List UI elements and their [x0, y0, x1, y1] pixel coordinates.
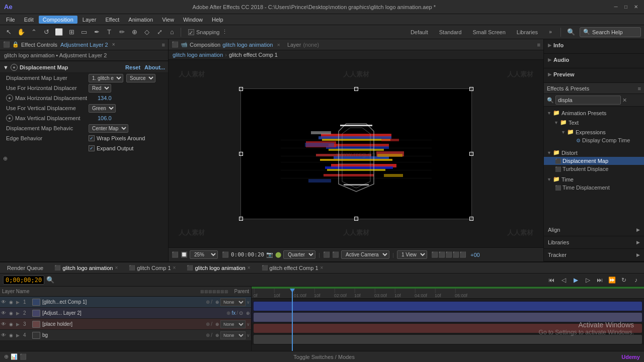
tl-layer-4[interactable]: 👁 ◉ ▶ 4 bg ⊕ / ⊕ None ∨: [0, 330, 251, 341]
tl-layer-1[interactable]: 👁 ◉ ▶ 1 [glitch...ect Comp 1] ⊕ / ⊕ None…: [0, 297, 251, 308]
handle-bl[interactable]: [239, 217, 243, 221]
pen-tool[interactable]: ✒: [91, 27, 102, 38]
camera-select[interactable]: Active Camera: [341, 250, 389, 259]
ctrl-pen-4[interactable]: /: [211, 332, 212, 338]
comp-tab-name[interactable]: glitch logo animation: [222, 42, 273, 48]
text-tool[interactable]: T: [104, 27, 115, 38]
tl-tab-1-close[interactable]: ×: [115, 265, 118, 270]
tl-track-2[interactable]: [252, 312, 644, 323]
timecode-display[interactable]: 0:00:00:20: [231, 251, 264, 258]
ctrl-pen-3[interactable]: /: [211, 321, 212, 327]
handle-tm[interactable]: [354, 87, 358, 91]
source-select[interactable]: Source: [126, 74, 155, 82]
tl-tab-render-queue[interactable]: Render Queue: [3, 264, 47, 272]
tl-tab-3-close[interactable]: ×: [248, 265, 251, 270]
select-tool[interactable]: ↖: [3, 27, 14, 38]
handle-bm[interactable]: [354, 217, 358, 221]
menu-layer[interactable]: Layer: [78, 16, 101, 24]
displacement-map-layer-select[interactable]: 1. glitch e: [89, 74, 123, 82]
h-displace-select[interactable]: Red: [89, 84, 111, 93]
search-input[interactable]: [592, 29, 637, 35]
rotate-tool[interactable]: ↺: [41, 27, 52, 38]
tl-timecode[interactable]: 0;00;00;20: [3, 276, 44, 285]
view-select[interactable]: 1 View: [397, 250, 427, 259]
expand-2[interactable]: ▶: [16, 311, 22, 316]
tl-layer-3[interactable]: 👁 ◉ ▶ 3 [place holder] ⊕ / ⊕ None ∨: [0, 319, 251, 330]
comp-menu-icon[interactable]: ≡: [537, 42, 540, 48]
tl-tab-2-close[interactable]: ×: [173, 265, 176, 270]
roto-tool[interactable]: ⤢: [154, 27, 165, 38]
quality-select[interactable]: Quarter Half Full: [283, 250, 315, 259]
close-button[interactable]: ✕: [632, 3, 640, 11]
tl-track-1[interactable]: [252, 301, 644, 312]
ctrl-anchor-4[interactable]: ⊕: [206, 332, 210, 338]
ep-item-display-comp[interactable]: ⚙ Display Comp Time: [558, 136, 644, 144]
expand-triangle[interactable]: ▼: [3, 64, 9, 70]
maximize-button[interactable]: □: [622, 3, 630, 11]
audio-section[interactable]: ▶ Audio: [544, 54, 644, 68]
playhead[interactable]: [292, 289, 293, 351]
eye-4[interactable]: 👁: [1, 332, 8, 338]
tl-step-forward[interactable]: ▷: [583, 275, 593, 285]
info-section[interactable]: ▶ Info: [544, 39, 644, 54]
tl-track-3[interactable]: [252, 323, 644, 334]
panel-close-icon[interactable]: ×: [112, 42, 115, 47]
menu-edit[interactable]: Edit: [20, 16, 38, 24]
eraser-tool[interactable]: ◇: [141, 27, 152, 38]
ep-group-animation-header[interactable]: ▼ 📁 Animation Presets: [544, 109, 644, 117]
tl-play[interactable]: ▶: [571, 275, 581, 285]
menu-view[interactable]: View: [158, 16, 178, 24]
tl-to-end[interactable]: ⏭: [595, 275, 605, 285]
workspace-standard[interactable]: Standard: [435, 28, 466, 36]
menu-animation[interactable]: Animation: [124, 16, 157, 24]
handle-mr[interactable]: [469, 152, 473, 156]
effect-toggle-icon[interactable]: ●: [11, 64, 18, 71]
tl-tab-glitch-comp-1[interactable]: ⬛ glitch Comp 1 ×: [125, 264, 180, 272]
breadcrumb-item-2[interactable]: glitch effect Comp 1: [229, 52, 278, 58]
ep-item-displacement-map[interactable]: ⬛ Displacement Map: [544, 157, 644, 165]
comp-tab-label[interactable]: Composition: [190, 42, 220, 48]
zoom-select[interactable]: 25% 50% 100%: [190, 250, 218, 259]
pan-tool[interactable]: ⊞: [66, 27, 77, 38]
menu-file[interactable]: File: [2, 16, 19, 24]
menu-effect[interactable]: Effect: [101, 16, 123, 24]
handle-tl[interactable]: [239, 87, 243, 91]
handle-br[interactable]: [469, 217, 473, 221]
ctrl-anchor-2[interactable]: ⊕: [226, 310, 230, 316]
layer-tab[interactable]: Layer: [287, 42, 301, 48]
solo-4[interactable]: ◉: [9, 333, 15, 338]
ctrl-anchor-1[interactable]: ⊕: [206, 299, 210, 305]
tl-ram-preview[interactable]: ⏩: [607, 275, 617, 285]
workspace-default[interactable]: Default: [407, 28, 432, 36]
ep-time-header[interactable]: ▼ 📁 Time: [544, 175, 644, 184]
zoom-tool[interactable]: ⌃: [28, 27, 39, 38]
behavior-select[interactable]: Center Map: [89, 124, 128, 133]
ep-expressions-header[interactable]: ▼ 📁 Expressions: [558, 128, 644, 136]
handle-tr[interactable]: [469, 87, 473, 91]
tl-audio[interactable]: ♪: [631, 275, 641, 285]
tl-step-back[interactable]: ◁: [558, 275, 569, 285]
ep-item-time-displacement[interactable]: ⬛ Time Displacement: [544, 184, 644, 192]
preview-section[interactable]: ▶ Preview: [544, 68, 644, 83]
ep-text-header[interactable]: ▼ 📁 Text: [551, 118, 644, 127]
tl-tab-glitch-effect[interactable]: ⬛ glitch effect Comp 1 ×: [258, 264, 328, 272]
tl-layer-2[interactable]: 👁 ◉ ▶ 2 [Adjust... Layer 2] ⊕ fx / ⊙ ⊕: [0, 308, 251, 319]
ctrl-pen-2[interactable]: /: [236, 310, 238, 316]
align-section[interactable]: Align ▶: [544, 224, 644, 236]
parent-select-1[interactable]: None: [220, 298, 246, 306]
tl-tab-glitch-logo-2[interactable]: ⬛ glitch logo animation ×: [183, 264, 254, 272]
ctrl-anchor-3[interactable]: ⊕: [206, 321, 210, 327]
tl-work-area[interactable]: [252, 287, 644, 289]
eye-2[interactable]: 👁: [1, 310, 8, 316]
clone-tool[interactable]: ⊕: [129, 27, 140, 38]
ctrl-extra-2[interactable]: ⊙: [239, 310, 243, 316]
tl-tab-4-close[interactable]: ×: [320, 265, 324, 270]
breadcrumb-item-1[interactable]: glitch logo animation: [173, 52, 223, 58]
workspace-small-screen[interactable]: Small Screen: [468, 28, 509, 36]
libraries-section[interactable]: Libraries ▶: [544, 236, 644, 249]
ep-menu-icon[interactable]: ≡: [638, 85, 641, 92]
expand-output-checkbox[interactable]: [89, 145, 95, 151]
v-displace-select[interactable]: Green: [89, 104, 116, 113]
tl-to-start[interactable]: ⏮: [546, 275, 556, 285]
reset-button[interactable]: Reset: [125, 64, 140, 70]
